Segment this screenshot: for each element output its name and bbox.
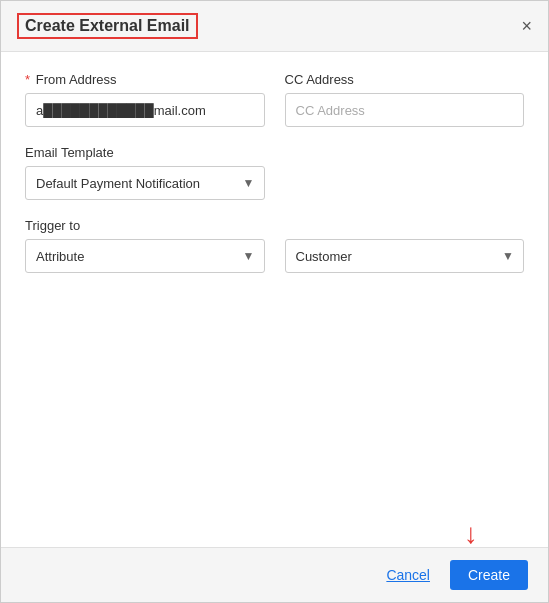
email-template-row: Email Template Default Payment Notificat… — [25, 145, 524, 200]
from-address-label: * From Address — [25, 72, 265, 87]
close-button[interactable]: × — [521, 17, 532, 35]
from-address-group: * From Address — [25, 72, 265, 127]
create-button[interactable]: Create — [450, 560, 528, 590]
email-template-label: Email Template — [25, 145, 265, 160]
dialog-header: Create External Email × — [1, 1, 548, 52]
email-template-select-wrapper: Default Payment Notification ▼ — [25, 166, 265, 200]
trigger-to-group: Trigger to Attribute ▼ Customer ▼ — [25, 218, 524, 273]
arrow-indicator: ↓ — [464, 520, 478, 548]
email-template-select[interactable]: Default Payment Notification — [25, 166, 265, 200]
cc-address-label: CC Address — [285, 72, 525, 87]
email-template-spacer — [285, 145, 525, 200]
required-star: * — [25, 72, 30, 87]
attribute-select[interactable]: Attribute — [25, 239, 265, 273]
address-row: * From Address CC Address — [25, 72, 524, 127]
customer-select[interactable]: Customer — [285, 239, 525, 273]
cc-address-group: CC Address — [285, 72, 525, 127]
trigger-to-row: Trigger to Attribute ▼ Customer ▼ — [25, 218, 524, 273]
trigger-to-label: Trigger to — [25, 218, 524, 233]
dialog-title: Create External Email — [17, 13, 198, 39]
create-external-email-dialog: Create External Email × * From Address C… — [0, 0, 549, 603]
email-template-group: Email Template Default Payment Notificat… — [25, 145, 265, 200]
cc-address-input[interactable] — [285, 93, 525, 127]
customer-select-wrapper: Customer ▼ — [285, 239, 525, 273]
from-address-input[interactable] — [25, 93, 265, 127]
dialog-footer: ↓ Cancel Create — [1, 547, 548, 602]
dialog-body: * From Address CC Address Email Template… — [1, 52, 548, 547]
cancel-button[interactable]: Cancel — [378, 561, 438, 589]
attribute-select-wrapper: Attribute ▼ — [25, 239, 265, 273]
